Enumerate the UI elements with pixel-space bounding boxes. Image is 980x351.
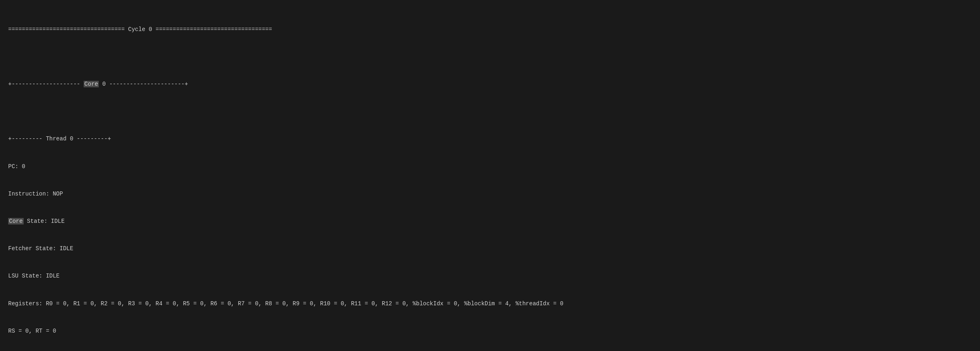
thread0-lsu-state: LSU State: IDLE [8,271,972,280]
core-header: +-------------------- Core 0 -----------… [8,80,972,89]
thread0-registers: Registers: R0 = 0, R1 = 0, R2 = 0, R3 = … [8,299,972,308]
thread0-core-keyword: Core [8,218,24,224]
thread0-rs-rt: RS = 0, RT = 0 [8,327,972,335]
thread0-pc: PC: 0 [8,162,972,171]
thread0-instruction: Instruction: NOP [8,189,972,198]
core-highlight: Core [84,81,99,87]
thread0-header: +--------- Thread 0 ---------+ [8,134,972,143]
terminal-output: ================================== Cycle… [8,7,972,351]
cycle-header: ================================== Cycle… [8,25,972,34]
thread0-core-state: Core State: IDLE [8,217,972,226]
thread0-fetcher-state: Fetcher State: IDLE [8,244,972,253]
